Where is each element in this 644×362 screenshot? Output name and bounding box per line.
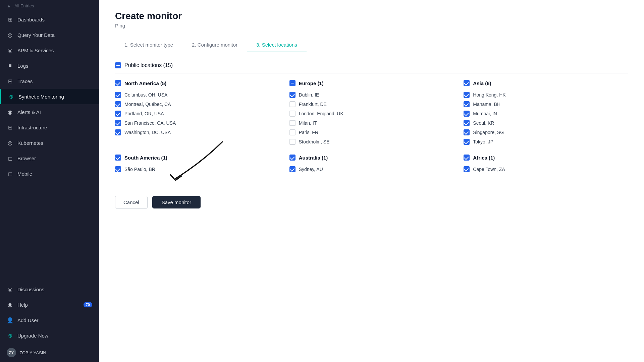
sf-checkbox[interactable]: [115, 120, 121, 126]
region-header-asia: Asia (6): [464, 80, 628, 86]
af-checkbox[interactable]: [464, 155, 470, 161]
sydney-label: Sydney, AU: [299, 167, 323, 172]
na-label: North America (5): [124, 80, 166, 86]
london-checkbox[interactable]: [289, 111, 296, 117]
help-icon: ◉: [7, 301, 13, 308]
location-washington: Washington, DC, USA: [115, 128, 279, 137]
sidebar-item-synthetic[interactable]: ⊕ Synthetic Monitoring: [0, 89, 99, 104]
seoul-checkbox[interactable]: [464, 120, 470, 126]
sidebar-item-kubernetes[interactable]: ◎ Kubernetes: [0, 135, 99, 150]
discussions-icon: ◎: [7, 286, 13, 293]
tabs: 1. Select monitor type 2. Configure moni…: [115, 38, 628, 52]
washington-checkbox[interactable]: [115, 129, 121, 135]
manama-label: Manama, BH: [473, 102, 500, 107]
stockholm-checkbox[interactable]: [289, 139, 296, 145]
infrastructure-icon: ⊟: [7, 124, 13, 131]
paris-label: Paris, FR: [299, 130, 318, 135]
manama-checkbox[interactable]: [464, 101, 470, 107]
sidebar-item-logs[interactable]: ≡ Logs: [0, 58, 99, 73]
dashboards-icon: ⊞: [7, 16, 13, 23]
sidebar-item-upgrade[interactable]: ⊕ Upgrade Now: [0, 328, 99, 343]
region-australia: Australia (1) Sydney, AU: [289, 155, 454, 174]
apm-icon: ◎: [7, 47, 13, 54]
tab-monitor-type[interactable]: 1. Select monitor type: [115, 38, 182, 52]
location-montreal: Montreal, Québec, CA: [115, 100, 279, 109]
location-london: London, England, UK: [289, 109, 454, 118]
sidebar-label-apm: APM & Services: [17, 48, 54, 53]
location-sydney: Sydney, AU: [289, 165, 454, 174]
sidebar-item-infrastructure[interactable]: ⊟ Infrastructure: [0, 120, 99, 135]
sidebar-label-add-user: Add User: [17, 317, 39, 323]
sidebar-item-alerts[interactable]: ◉ Alerts & AI: [0, 104, 99, 120]
sidebar-label-dashboards: Dashboards: [17, 17, 45, 22]
sidebar-collapse-header[interactable]: ▲ All Entries: [0, 0, 99, 12]
sidebar-item-discussions[interactable]: ◎ Discussions: [0, 282, 99, 297]
sao-paulo-label: São Paulo, BR: [124, 167, 155, 172]
location-mumbai: Mumbai, IN: [464, 109, 628, 118]
tab-configure-monitor[interactable]: 2. Configure monitor: [182, 38, 247, 52]
k8s-icon: ◎: [7, 139, 13, 146]
tab-select-locations[interactable]: 3. Select locations: [247, 38, 307, 52]
location-tokyo: Tokyo, JP: [464, 137, 628, 146]
tokyo-checkbox[interactable]: [464, 139, 470, 145]
sidebar-item-traces[interactable]: ⊟ Traces: [0, 73, 99, 89]
synthetic-icon: ⊕: [8, 93, 14, 100]
footer-actions: Cancel Save monitor: [115, 189, 628, 209]
af-label: Africa (1): [473, 155, 495, 161]
upgrade-icon: ⊕: [7, 332, 13, 339]
location-columbus: Columbus, OH, USA: [115, 90, 279, 100]
london-label: London, England, UK: [299, 111, 343, 116]
sao-paulo-checkbox[interactable]: [115, 166, 121, 172]
columbus-checkbox[interactable]: [115, 92, 121, 98]
public-locations-checkbox[interactable]: [115, 62, 121, 68]
milan-checkbox[interactable]: [289, 120, 296, 126]
region-south-america: South America (1) São Paulo, BR: [115, 155, 279, 174]
hongkong-checkbox[interactable]: [464, 92, 470, 98]
sidebar-item-dashboards[interactable]: ⊞ Dashboards: [0, 12, 99, 27]
collapse-icon: ▲: [7, 3, 11, 8]
singapore-label: Singapore, SG: [473, 130, 504, 135]
sidebar-item-add-user[interactable]: 👤 Add User: [0, 312, 99, 328]
footer-container: Cancel Save monitor: [115, 189, 628, 209]
sydney-checkbox[interactable]: [289, 166, 296, 172]
seoul-label: Seoul, KR: [473, 120, 494, 126]
na-checkbox[interactable]: [115, 80, 121, 86]
mobile-icon: ◻: [7, 170, 13, 177]
region-header-eu: Europe (1): [289, 80, 454, 86]
sidebar-item-query[interactable]: ◎ Query Your Data: [0, 27, 99, 43]
asia-checkbox[interactable]: [464, 80, 470, 86]
sidebar-label-infra: Infrastructure: [17, 125, 47, 130]
paris-checkbox[interactable]: [289, 129, 296, 135]
location-stockholm: Stockholm, SE: [289, 137, 454, 146]
location-sf: San Francisco, CA, USA: [115, 118, 279, 128]
user-row[interactable]: ZY ZOBIA YASIN: [0, 343, 99, 362]
region-north-america: North America (5) Columbus, OH, USA Mont…: [115, 80, 279, 146]
location-hongkong: Hong Kong, HK: [464, 90, 628, 100]
sidebar-item-browser[interactable]: ◻ Browser: [0, 150, 99, 166]
eu-label: Europe (1): [299, 80, 324, 86]
singapore-checkbox[interactable]: [464, 129, 470, 135]
sa-label: South America (1): [124, 155, 167, 161]
mumbai-checkbox[interactable]: [464, 111, 470, 117]
sidebar-item-apm[interactable]: ◎ APM & Services: [0, 43, 99, 58]
au-checkbox[interactable]: [289, 155, 296, 161]
save-monitor-button[interactable]: Save monitor: [152, 196, 201, 208]
asia-label: Asia (6): [473, 80, 491, 86]
sa-checkbox[interactable]: [115, 155, 121, 161]
dublin-checkbox[interactable]: [289, 92, 296, 98]
sidebar-label-discussions: Discussions: [17, 287, 44, 292]
location-sao-paulo: São Paulo, BR: [115, 165, 279, 174]
all-entries-label: All Entries: [14, 3, 34, 8]
sidebar-item-help[interactable]: ◉ Help 70: [0, 297, 99, 312]
region-asia: Asia (6) Hong Kong, HK Manama, BH Mumbai…: [464, 80, 628, 146]
user-name: ZOBIA YASIN: [19, 350, 46, 355]
cape-town-checkbox[interactable]: [464, 166, 470, 172]
portland-checkbox[interactable]: [115, 111, 121, 117]
cancel-button[interactable]: Cancel: [115, 196, 148, 209]
montreal-checkbox[interactable]: [115, 101, 121, 107]
region-europe: Europe (1) Dublin, IE Frankfurt, DE Lond…: [289, 80, 454, 146]
frankfurt-checkbox[interactable]: [289, 101, 296, 107]
eu-checkbox[interactable]: [289, 80, 296, 86]
sidebar-item-mobile[interactable]: ◻ Mobile: [0, 166, 99, 181]
sidebar-label-browser: Browser: [17, 156, 36, 161]
